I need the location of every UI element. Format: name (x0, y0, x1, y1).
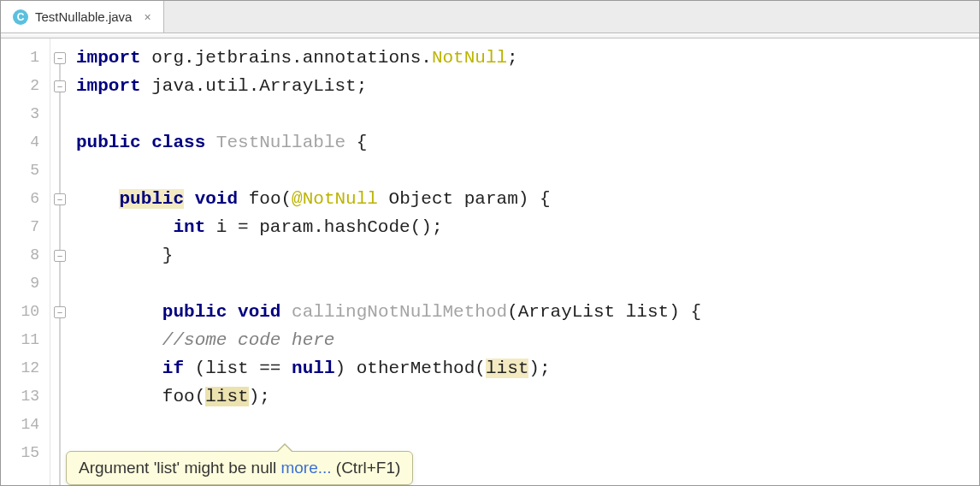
line-number: 8 (1, 241, 50, 270)
line-number: 2 (1, 72, 50, 100)
code-line (74, 100, 979, 128)
code-line: if (list == null) otherMethod(list); (74, 354, 979, 382)
fold-gutter: − − − − − (50, 39, 74, 485)
line-number: 5 (1, 157, 50, 185)
fold-toggle-icon[interactable]: − (54, 80, 66, 92)
editor-tab[interactable]: C TestNullable.java × (1, 1, 164, 33)
code-line: import java.util.ArrayList; (74, 72, 979, 100)
fold-toggle-icon[interactable]: − (54, 250, 66, 262)
line-number: 12 (1, 354, 50, 382)
code-line: int i = param.hashCode(); (74, 213, 979, 241)
tab-bar: C TestNullable.java × (1, 1, 979, 33)
editor-area: 1 2 3 4 5 6 7 8 9 10 11 12 13 14 15 − − … (1, 39, 979, 485)
fold-toggle-icon[interactable]: − (54, 52, 66, 64)
line-number: 3 (1, 100, 50, 128)
code-area[interactable]: import org.jetbrains.annotations.NotNull… (74, 39, 979, 485)
line-number: 9 (1, 270, 50, 298)
line-number: 4 (1, 128, 50, 157)
line-number: 6 (1, 185, 50, 213)
line-number: 13 (1, 382, 50, 411)
fold-toggle-icon[interactable]: − (54, 306, 66, 318)
code-line (74, 270, 979, 298)
code-line (74, 411, 979, 439)
code-line: } (74, 241, 979, 270)
code-line: import org.jetbrains.annotations.NotNull… (74, 44, 979, 72)
tooltip-more-link[interactable]: more... (280, 459, 331, 477)
line-number: 10 (1, 298, 50, 326)
inspection-tooltip: Argument 'list' might be null more... (C… (66, 451, 413, 485)
line-number-gutter: 1 2 3 4 5 6 7 8 9 10 11 12 13 14 15 (1, 39, 50, 485)
tooltip-shortcut: (Ctrl+F1) (332, 459, 401, 477)
class-file-icon: C (13, 9, 28, 25)
fold-toggle-icon[interactable]: − (54, 193, 66, 205)
code-line: public void foo(@NotNull Object param) { (74, 185, 979, 213)
close-icon[interactable]: × (144, 10, 151, 24)
code-line: //some code here (74, 326, 979, 354)
code-line (74, 157, 979, 185)
code-line: public void callingNotNullMethod(ArrayLi… (74, 298, 979, 326)
code-line: foo(list); (74, 382, 979, 411)
code-line: public class TestNullable { (74, 128, 979, 157)
line-number: 15 (1, 439, 50, 467)
line-number: 14 (1, 411, 50, 439)
line-number: 7 (1, 213, 50, 241)
line-number: 11 (1, 326, 50, 354)
line-number: 1 (1, 44, 50, 72)
tooltip-message: Argument 'list' might be null (79, 459, 280, 477)
tab-filename: TestNullable.java (35, 9, 132, 24)
